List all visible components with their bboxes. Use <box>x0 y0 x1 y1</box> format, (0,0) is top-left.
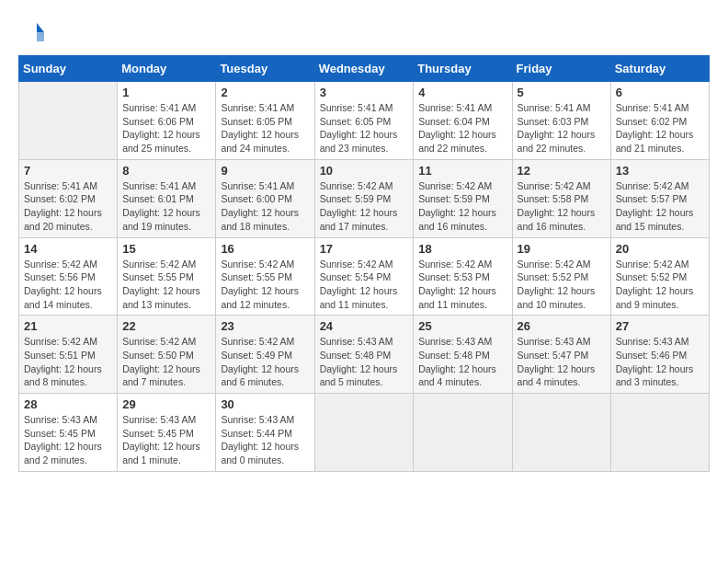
calendar-cell: 16Sunrise: 5:42 AMSunset: 5:55 PMDayligh… <box>216 237 314 316</box>
day-number: 27 <box>616 319 704 333</box>
day-number: 9 <box>221 164 309 178</box>
cell-info: Sunset: 5:53 PM <box>418 270 506 284</box>
cell-info: Sunrise: 5:41 AM <box>320 101 409 115</box>
calendar-cell: 18Sunrise: 5:42 AMSunset: 5:53 PMDayligh… <box>414 237 512 316</box>
cell-info: and 6 minutes. <box>221 375 309 389</box>
cell-info: Daylight: 12 hours <box>122 284 210 298</box>
cell-info: Sunset: 5:51 PM <box>24 349 112 362</box>
day-number: 3 <box>320 86 409 99</box>
calendar-cell: 8Sunrise: 5:41 AMSunset: 6:01 PMDaylight… <box>118 159 216 237</box>
calendar-cell: 14Sunrise: 5:42 AMSunset: 5:56 PMDayligh… <box>19 237 118 316</box>
cell-info: Sunrise: 5:43 AM <box>518 335 606 349</box>
cell-info: and 15 minutes. <box>616 220 704 234</box>
cell-info: Sunset: 5:50 PM <box>122 349 210 362</box>
cell-info: Sunrise: 5:41 AM <box>221 179 309 193</box>
calendar-cell <box>19 82 118 160</box>
calendar-cell: 2Sunrise: 5:41 AMSunset: 6:05 PMDaylight… <box>216 82 314 160</box>
day-number: 13 <box>616 164 704 178</box>
day-number: 12 <box>518 164 606 178</box>
cell-info: Sunset: 5:46 PM <box>616 349 704 362</box>
calendar-cell: 3Sunrise: 5:41 AMSunset: 6:05 PMDaylight… <box>314 82 414 160</box>
calendar-cell: 12Sunrise: 5:42 AMSunset: 5:58 PMDayligh… <box>512 159 610 237</box>
cell-info: and 22 minutes. <box>518 142 606 155</box>
day-header-friday: Friday <box>512 56 610 82</box>
cell-info: and 18 minutes. <box>221 220 309 234</box>
cell-info: Sunrise: 5:43 AM <box>320 335 409 349</box>
day-number: 2 <box>221 86 309 99</box>
calendar-cell: 30Sunrise: 5:43 AMSunset: 5:44 PMDayligh… <box>216 394 314 472</box>
cell-info: Sunrise: 5:42 AM <box>122 335 210 349</box>
calendar-cell: 7Sunrise: 5:41 AMSunset: 6:02 PMDaylight… <box>19 159 118 237</box>
day-number: 15 <box>122 242 210 256</box>
cell-info: Daylight: 12 hours <box>221 440 309 454</box>
day-number: 5 <box>518 86 606 99</box>
cell-info: Sunrise: 5:41 AM <box>418 101 506 115</box>
cell-info: Sunset: 6:03 PM <box>518 115 606 129</box>
cell-info: and 11 minutes. <box>418 298 506 312</box>
cell-info: Sunrise: 5:42 AM <box>518 258 606 271</box>
cell-info: and 23 minutes. <box>320 142 409 155</box>
cell-info: Daylight: 12 hours <box>122 206 210 220</box>
cell-info: Sunset: 5:47 PM <box>518 349 606 362</box>
cell-info: Daylight: 12 hours <box>616 206 704 220</box>
cell-info: and 4 minutes. <box>518 375 606 389</box>
cell-info: and 0 minutes. <box>221 454 309 467</box>
calendar-cell: 10Sunrise: 5:42 AMSunset: 5:59 PMDayligh… <box>314 159 414 237</box>
day-number: 14 <box>24 242 112 256</box>
calendar-header: SundayMondayTuesdayWednesdayThursdayFrid… <box>19 56 710 82</box>
day-header-thursday: Thursday <box>414 56 512 82</box>
cell-info: Daylight: 12 hours <box>518 128 606 142</box>
calendar-table: SundayMondayTuesdayWednesdayThursdayFrid… <box>18 55 710 472</box>
cell-info: Sunrise: 5:42 AM <box>518 179 606 193</box>
cell-info: Sunset: 5:56 PM <box>24 270 112 284</box>
cell-info: Sunrise: 5:41 AM <box>24 179 112 193</box>
day-number: 29 <box>122 397 210 411</box>
cell-info: Sunrise: 5:42 AM <box>24 258 112 271</box>
calendar-week-4: 28Sunrise: 5:43 AMSunset: 5:45 PMDayligh… <box>19 394 710 472</box>
calendar-cell: 22Sunrise: 5:42 AMSunset: 5:50 PMDayligh… <box>118 316 216 394</box>
cell-info: Daylight: 12 hours <box>418 206 506 220</box>
day-number: 24 <box>320 319 409 333</box>
calendar-cell: 6Sunrise: 5:41 AMSunset: 6:02 PMDaylight… <box>610 82 709 160</box>
day-header-sunday: Sunday <box>19 56 118 82</box>
cell-info: Sunrise: 5:43 AM <box>616 335 704 349</box>
calendar-week-1: 7Sunrise: 5:41 AMSunset: 6:02 PMDaylight… <box>19 159 710 237</box>
cell-info: Daylight: 12 hours <box>221 206 309 220</box>
calendar-cell: 27Sunrise: 5:43 AMSunset: 5:46 PMDayligh… <box>610 316 709 394</box>
calendar-cell: 28Sunrise: 5:43 AMSunset: 5:45 PMDayligh… <box>19 394 118 472</box>
cell-info: and 10 minutes. <box>518 298 606 312</box>
cell-info: Sunrise: 5:43 AM <box>418 335 506 349</box>
cell-info: and 11 minutes. <box>320 298 409 312</box>
cell-info: Sunrise: 5:42 AM <box>418 258 506 271</box>
cell-info: Daylight: 12 hours <box>616 284 704 298</box>
cell-info: Sunset: 6:06 PM <box>122 115 210 129</box>
day-number: 28 <box>24 397 112 411</box>
cell-info: Daylight: 12 hours <box>24 284 112 298</box>
cell-info: Sunrise: 5:41 AM <box>122 101 210 115</box>
cell-info: and 12 minutes. <box>221 298 309 312</box>
calendar-cell: 24Sunrise: 5:43 AMSunset: 5:48 PMDayligh… <box>314 316 414 394</box>
cell-info: Sunrise: 5:42 AM <box>320 258 409 271</box>
calendar-body: 1Sunrise: 5:41 AMSunset: 6:06 PMDaylight… <box>19 82 710 472</box>
cell-info: and 16 minutes. <box>418 220 506 234</box>
cell-info: Daylight: 12 hours <box>221 362 309 376</box>
calendar-cell: 11Sunrise: 5:42 AMSunset: 5:59 PMDayligh… <box>414 159 512 237</box>
svg-marker-2 <box>37 32 44 41</box>
day-number: 25 <box>418 319 506 333</box>
calendar-cell <box>314 394 414 472</box>
cell-info: Sunrise: 5:42 AM <box>320 179 409 193</box>
day-number: 21 <box>24 319 112 333</box>
day-header-wednesday: Wednesday <box>314 56 414 82</box>
calendar-cell: 29Sunrise: 5:43 AMSunset: 5:45 PMDayligh… <box>118 394 216 472</box>
cell-info: and 3 minutes. <box>616 375 704 389</box>
cell-info: Sunset: 5:52 PM <box>518 270 606 284</box>
day-header-tuesday: Tuesday <box>216 56 314 82</box>
day-number: 8 <box>122 164 210 178</box>
cell-info: Sunset: 6:04 PM <box>418 115 506 129</box>
cell-info: Daylight: 12 hours <box>616 362 704 376</box>
calendar-cell: 20Sunrise: 5:42 AMSunset: 5:52 PMDayligh… <box>610 237 709 316</box>
days-of-week-row: SundayMondayTuesdayWednesdayThursdayFrid… <box>19 56 710 82</box>
cell-info: Daylight: 12 hours <box>320 284 409 298</box>
cell-info: Daylight: 12 hours <box>221 128 309 142</box>
calendar-cell <box>512 394 610 472</box>
